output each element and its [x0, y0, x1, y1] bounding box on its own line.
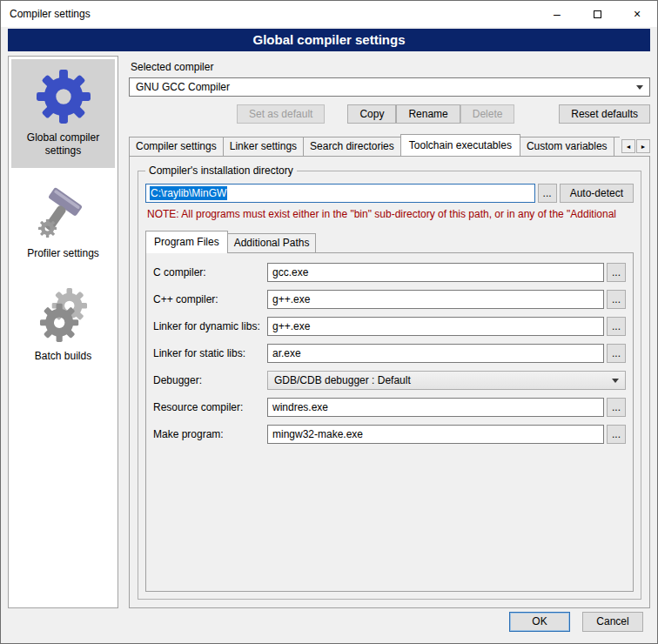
dynamic-linker-label: Linker for dynamic libs: [153, 320, 267, 332]
form-row-make-program: Make program: ... [153, 425, 626, 444]
sidebar-item-global-compiler-settings[interactable]: Global compiler settings [11, 59, 115, 168]
form-row-static-linker: Linker for static libs: ... [153, 344, 626, 363]
debugger-select[interactable]: GDB/CDB debugger : Default [267, 371, 626, 390]
tab-toolchain-executables[interactable]: Toolchain executables [400, 134, 520, 156]
make-program-label: Make program: [153, 428, 267, 440]
dialog-content: Global compiler settings Profiler settin… [1, 56, 657, 608]
set-as-default-button: Set as default [237, 104, 325, 124]
selected-compiler-label: Selected compiler [131, 61, 650, 73]
form-row-resource-compiler: Resource compiler: ... [153, 398, 626, 417]
close-button[interactable]: × [617, 1, 657, 27]
settings-tabstrip: Compiler settings Linker settings Search… [129, 134, 650, 156]
reset-defaults-button[interactable]: Reset defaults [559, 104, 650, 124]
ok-button[interactable]: OK [509, 612, 570, 632]
sidebar-item-label: Batch builds [35, 350, 91, 363]
debugger-select-value: GDB/CDB debugger : Default [274, 374, 411, 386]
chevron-down-icon [636, 85, 643, 90]
tab-custom-variables[interactable]: Custom variables [520, 137, 614, 156]
c-compiler-input[interactable] [267, 263, 604, 282]
delete-button: Delete [460, 104, 515, 124]
tab-search-directories[interactable]: Search directories [303, 137, 401, 156]
sidebar-item-label: Profiler settings [27, 247, 99, 260]
make-program-input[interactable] [267, 425, 604, 444]
installation-directory-value: C:\raylib\MinGW [150, 186, 227, 200]
settings-category-sidebar: Global compiler settings Profiler settin… [8, 56, 118, 608]
debugger-label: Debugger: [153, 374, 267, 386]
compiler-select-value: GNU GCC Compiler [136, 81, 230, 93]
browse-directory-button[interactable]: ... [538, 184, 557, 203]
auto-detect-button[interactable]: Auto-detect [560, 184, 634, 203]
form-row-dynamic-linker: Linker for dynamic libs: ... [153, 317, 626, 336]
tab-program-files[interactable]: Program Files [145, 231, 228, 253]
form-row-debugger: Debugger: GDB/CDB debugger : Default [153, 371, 626, 390]
installation-directory-groupbox: Compiler's installation directory C:\ray… [138, 171, 641, 600]
sidebar-item-batch-builds[interactable]: Batch builds [11, 278, 115, 373]
bin-subdirectory-note: NOTE: All programs must exist either in … [147, 208, 634, 220]
caption-buttons: – × [537, 1, 657, 27]
installation-directory-group-title: Compiler's installation directory [145, 164, 297, 177]
cpp-compiler-input[interactable] [267, 290, 604, 309]
cancel-button[interactable]: Cancel [582, 612, 643, 632]
program-files-panel: C compiler: ... C++ compiler: ... Linker… [145, 252, 634, 592]
tab-scroll-arrows: ◄ ► [621, 139, 650, 153]
installation-directory-row: C:\raylib\MinGW ... Auto-detect [145, 184, 634, 203]
sidebar-item-profiler-settings[interactable]: Profiler settings [11, 175, 115, 271]
maximize-button[interactable] [577, 1, 617, 27]
compiler-select[interactable]: GNU GCC Compiler [129, 77, 650, 97]
form-row-c-compiler: C compiler: ... [153, 263, 626, 282]
toolchain-executables-panel: Compiler's installation directory C:\ray… [129, 156, 650, 608]
cpp-compiler-browse-button[interactable]: ... [607, 290, 626, 309]
tab-additional-paths[interactable]: Additional Paths [227, 233, 317, 252]
tab-scroll-right-button[interactable]: ► [636, 139, 650, 153]
minimize-button[interactable]: – [537, 1, 577, 27]
sidebar-item-label: Global compiler settings [15, 131, 111, 158]
dynamic-linker-browse-button[interactable]: ... [607, 317, 626, 336]
form-row-cpp-compiler: C++ compiler: ... [153, 290, 626, 309]
blue-gear-icon [37, 70, 91, 124]
tab-build-options[interactable]: Buil [614, 137, 620, 156]
dynamic-linker-input[interactable] [267, 317, 604, 336]
resource-compiler-label: Resource compiler: [153, 401, 267, 413]
tab-compiler-settings[interactable]: Compiler settings [129, 137, 224, 156]
resource-compiler-input[interactable] [267, 398, 604, 417]
compiler-action-buttons: Set as default Copy Rename Delete Reset … [129, 104, 650, 124]
installation-directory-input[interactable]: C:\raylib\MinGW [145, 184, 535, 203]
dialog-footer: OK Cancel [1, 608, 657, 643]
static-linker-browse-button[interactable]: ... [607, 344, 626, 363]
tab-linker-settings[interactable]: Linker settings [223, 137, 304, 156]
static-linker-label: Linker for static libs: [153, 347, 267, 359]
title-bar: Compiler settings – × [1, 1, 657, 27]
c-compiler-browse-button[interactable]: ... [607, 263, 626, 282]
main-panel: Selected compiler GNU GCC Compiler Set a… [127, 56, 650, 608]
program-files-tabstrip: Program Files Additional Paths [145, 231, 634, 252]
copy-button[interactable]: Copy [347, 104, 396, 124]
cpp-compiler-label: C++ compiler: [153, 293, 267, 305]
tab-scroll-left-button[interactable]: ◄ [621, 139, 635, 153]
make-program-browse-button[interactable]: ... [607, 425, 626, 444]
resource-compiler-browse-button[interactable]: ... [607, 398, 626, 417]
hammer-icon [37, 185, 91, 239]
window-title: Compiler settings [10, 8, 91, 20]
gray-gears-icon [37, 288, 91, 342]
rename-button[interactable]: Rename [396, 104, 460, 124]
dialog-banner: Global compiler settings [8, 29, 650, 51]
maximize-icon [594, 10, 601, 18]
static-linker-input[interactable] [267, 344, 604, 363]
c-compiler-label: C compiler: [153, 266, 267, 278]
chevron-down-icon [612, 379, 619, 383]
tabs-scroll-area: Compiler settings Linker settings Search… [129, 134, 620, 156]
